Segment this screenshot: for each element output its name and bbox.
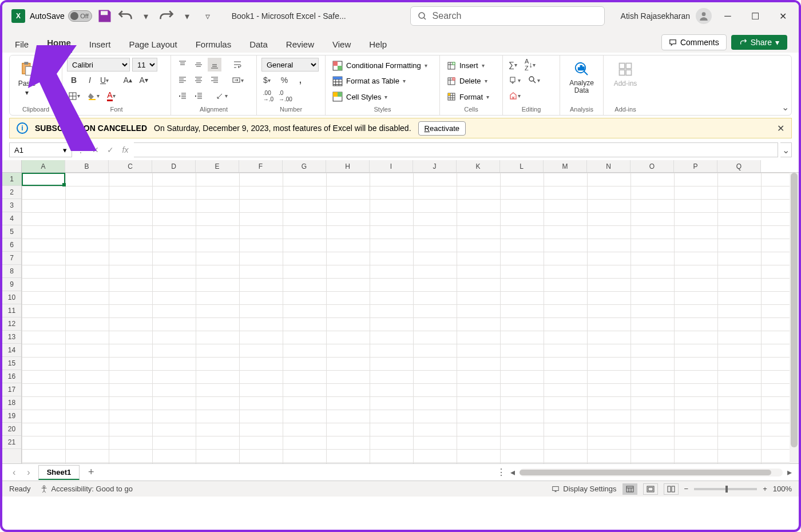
row-header[interactable]: 7 [2,252,21,265]
hscroll-right-icon[interactable]: ▸ [787,467,792,478]
bold-button[interactable]: B [67,73,81,87]
font-color-button[interactable]: A▾ [106,89,120,103]
orientation-button[interactable]: ▾ [215,89,232,103]
row-header[interactable]: 18 [2,396,21,410]
wrap-text-button[interactable] [231,58,244,72]
paste-button[interactable]: Paste ▾ [14,58,39,99]
col-header[interactable]: M [544,160,587,172]
autosave-control[interactable]: AutoSave Off [30,10,92,22]
close-button[interactable]: ✕ [771,7,794,25]
active-cell[interactable] [22,173,65,186]
enter-formula-icon[interactable]: ✓ [104,144,117,156]
chevron-down-icon[interactable]: ▾ [138,8,154,24]
fill-button[interactable]: ▾ [507,73,525,87]
cancel-formula-icon[interactable]: ✕ [89,144,102,156]
tab-help[interactable]: Help [368,36,388,53]
col-header[interactable]: N [587,160,631,172]
redo-button[interactable] [158,8,175,24]
col-header[interactable]: A [22,160,65,172]
normal-view-button[interactable] [622,483,637,495]
hscroll-left-icon[interactable]: ◂ [510,467,515,478]
merge-button[interactable]: ▾ [231,73,248,87]
font-name-select[interactable]: Calibri [67,58,130,72]
tab-view[interactable]: View [331,36,352,53]
zoom-level[interactable]: 100% [773,485,792,493]
horizontal-scrollbar[interactable] [520,469,783,477]
row-header[interactable]: 9 [2,278,21,291]
row-header[interactable]: 13 [2,331,21,344]
sheet-next-button[interactable]: › [23,467,33,478]
sheet-options-icon[interactable]: ⋮ [497,467,506,478]
currency-button[interactable]: $▾ [261,73,275,87]
col-header[interactable]: F [239,160,283,172]
font-size-select[interactable]: 11 [132,58,157,72]
insert-cells-button[interactable]: Insert▾ [445,60,498,72]
analyze-data-button[interactable]: Analyze Data [565,58,598,105]
row-header[interactable]: 2 [2,186,21,199]
autosave-toggle[interactable]: Off [68,10,92,22]
reactivate-button[interactable]: Reactivate [418,121,466,136]
decrease-font-button[interactable]: A▾ [137,73,150,87]
row-header[interactable]: 10 [2,291,21,304]
cell-styles-button[interactable]: Cell Styles▾ [330,90,435,103]
row-header[interactable]: 4 [2,212,21,225]
copy-button[interactable]: ▾ [42,73,59,86]
col-header[interactable]: O [631,160,674,172]
number-format-select[interactable]: General [261,58,319,72]
tab-file[interactable]: File [14,36,30,53]
expand-formula-bar-icon[interactable]: ⌄ [780,142,792,157]
row-header[interactable]: 8 [2,265,21,278]
comma-button[interactable]: , [294,73,307,87]
row-header[interactable]: 14 [2,344,21,357]
row-header[interactable]: 19 [2,410,21,423]
col-header[interactable]: B [65,160,109,172]
col-header[interactable]: C [109,160,152,172]
col-header[interactable]: J [413,160,457,172]
tab-home[interactable]: Home [46,34,72,53]
format-painter-button[interactable] [42,88,59,101]
maximize-button[interactable]: ☐ [744,7,767,25]
display-settings-button[interactable]: Display Settings [552,485,616,493]
insert-function-icon[interactable]: fx [119,144,132,156]
borders-button[interactable]: ▾ [67,89,84,103]
name-box[interactable]: A1 ▾ [9,142,72,157]
align-center-button[interactable] [192,73,205,87]
format-cells-button[interactable]: Format▾ [445,91,498,102]
cut-button[interactable] [42,58,59,72]
col-header[interactable]: P [674,160,717,172]
align-right-button[interactable] [208,73,221,87]
align-top-button[interactable] [176,58,189,72]
comments-button[interactable]: Comments [661,34,727,50]
scrollbar-thumb[interactable] [791,173,798,447]
addins-button[interactable]: Add-ins [608,58,643,105]
row-header[interactable]: 21 [2,436,21,449]
row-header[interactable]: 16 [2,370,21,383]
formula-input[interactable] [134,142,778,157]
share-button[interactable]: Share ▾ [731,35,787,50]
zoom-slider[interactable] [694,488,757,490]
col-header[interactable]: D [152,160,196,172]
delete-cells-button[interactable]: Delete▾ [445,76,498,87]
col-header[interactable]: H [326,160,370,172]
row-header[interactable]: 17 [2,383,21,396]
italic-button[interactable]: I [83,73,97,87]
decrease-decimal-button[interactable]: .0→.00 [277,89,294,103]
formula-menu-icon[interactable]: ⋮ [74,144,87,156]
col-header[interactable]: L [500,160,544,172]
zoom-in-button[interactable]: + [763,485,767,493]
fill-color-button[interactable]: ▾ [86,89,104,103]
format-as-table-button[interactable]: Format as Table▾ [330,75,435,88]
page-layout-view-button[interactable] [643,483,658,495]
row-header[interactable]: 15 [2,357,21,370]
undo-button[interactable] [117,8,133,24]
decrease-indent-button[interactable] [176,89,189,103]
tab-insert[interactable]: Insert [88,36,112,53]
close-warning-button[interactable]: ✕ [777,123,784,134]
col-header[interactable]: G [283,160,326,172]
row-header[interactable]: 6 [2,239,21,252]
increase-decimal-button[interactable]: .00→.0 [261,89,275,103]
clear-button[interactable]: ▾ [507,89,525,103]
autosum-button[interactable]: ∑▾ [507,58,521,72]
tab-review[interactable]: Review [285,36,315,53]
collapse-ribbon-button[interactable]: ⌄ [782,102,789,113]
